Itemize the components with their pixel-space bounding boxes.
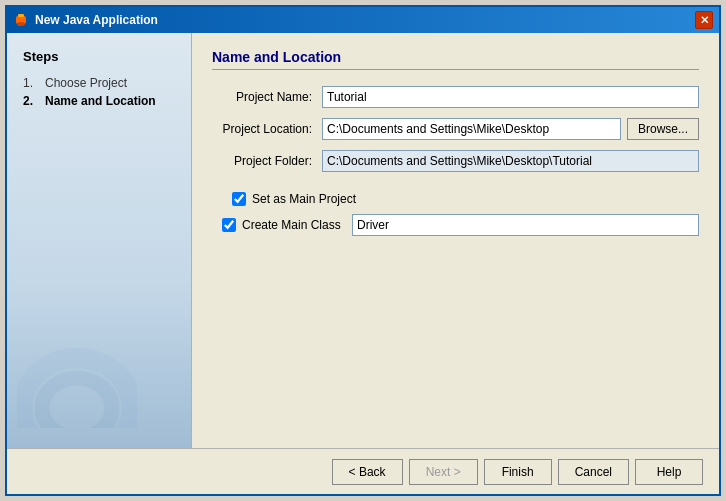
set-main-label: Set as Main Project xyxy=(252,192,356,206)
sidebar-step-2: 2. Name and Location xyxy=(23,94,175,108)
browse-button[interactable]: Browse... xyxy=(627,118,699,140)
window-title: New Java Application xyxy=(35,13,158,27)
bottom-bar: < Back Next > Finish Cancel Help xyxy=(7,448,719,494)
next-button[interactable]: Next > xyxy=(409,459,478,485)
project-name-label: Project Name: xyxy=(212,90,322,104)
app-icon xyxy=(13,12,29,28)
close-button[interactable]: ✕ xyxy=(695,11,713,29)
main-panel: Name and Location Project Name: Project … xyxy=(192,33,719,448)
project-name-row: Project Name: xyxy=(212,86,699,108)
svg-point-2 xyxy=(17,22,25,26)
create-main-checkbox[interactable] xyxy=(222,218,236,232)
sidebar: Steps 1. Choose Project 2. Name and Loca… xyxy=(7,33,192,448)
project-folder-label: Project Folder: xyxy=(212,154,322,168)
set-main-row: Set as Main Project xyxy=(232,192,699,206)
project-location-row: Project Location: Browse... xyxy=(212,118,699,140)
back-button[interactable]: < Back xyxy=(332,459,403,485)
create-main-row: Create Main Class xyxy=(222,214,699,236)
step-2-label: Name and Location xyxy=(45,94,156,108)
cancel-button[interactable]: Cancel xyxy=(558,459,629,485)
step-1-label: Choose Project xyxy=(45,76,127,90)
svg-rect-1 xyxy=(18,14,24,17)
create-main-label: Create Main Class xyxy=(242,218,341,232)
project-folder-input[interactable] xyxy=(322,150,699,172)
step-1-num: 1. xyxy=(23,76,39,90)
sidebar-step-1: 1. Choose Project xyxy=(23,76,175,90)
watermark xyxy=(17,348,137,428)
svg-point-4 xyxy=(42,378,112,428)
main-window: New Java Application ✕ Steps 1. Choose P… xyxy=(5,5,721,496)
checkboxes-section: Set as Main Project Create Main Class xyxy=(222,192,699,244)
step-2-num: 2. xyxy=(23,94,39,108)
project-location-input[interactable] xyxy=(322,118,621,140)
main-class-input[interactable] xyxy=(352,214,699,236)
panel-title: Name and Location xyxy=(212,49,699,70)
steps-title: Steps xyxy=(23,49,175,64)
finish-button[interactable]: Finish xyxy=(484,459,552,485)
project-folder-row: Project Folder: xyxy=(212,150,699,172)
set-main-checkbox[interactable] xyxy=(232,192,246,206)
content-area: Steps 1. Choose Project 2. Name and Loca… xyxy=(7,33,719,448)
title-bar: New Java Application ✕ xyxy=(7,7,719,33)
project-name-input[interactable] xyxy=(322,86,699,108)
help-button[interactable]: Help xyxy=(635,459,703,485)
create-main-checkbox-part: Create Main Class xyxy=(222,218,352,232)
project-location-label: Project Location: xyxy=(212,122,322,136)
title-bar-left: New Java Application xyxy=(13,12,158,28)
